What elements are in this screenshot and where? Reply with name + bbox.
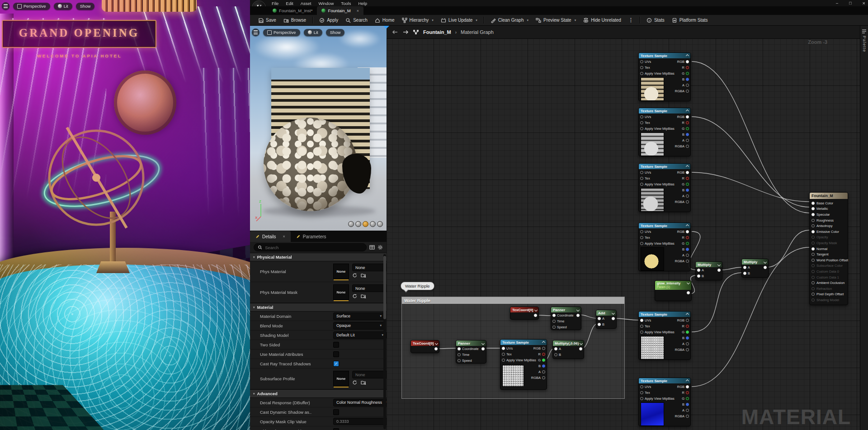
output-pin-row[interactable]: RGB bbox=[674, 384, 690, 390]
input-pin[interactable] bbox=[640, 391, 643, 394]
collapse-icon[interactable] bbox=[686, 379, 689, 382]
output-pin[interactable] bbox=[686, 319, 689, 322]
minimize-button[interactable]: – bbox=[836, 1, 838, 5]
output-pin-row[interactable]: R bbox=[674, 235, 690, 241]
multiply-const-node[interactable]: Multiply(,0.06) A B bbox=[552, 340, 584, 359]
use-selected-icon[interactable] bbox=[352, 380, 357, 385]
output-pin[interactable] bbox=[534, 314, 537, 317]
input-pin[interactable] bbox=[552, 320, 556, 323]
input-pin[interactable] bbox=[640, 325, 643, 328]
material-input-pin-row[interactable]: Pixel Depth Offset bbox=[811, 292, 848, 298]
output-pin-row[interactable]: R bbox=[674, 175, 690, 181]
material-input-pin-row[interactable]: Custom Data 1 bbox=[811, 274, 848, 280]
output-pin[interactable] bbox=[542, 376, 545, 379]
input-pin[interactable] bbox=[458, 353, 461, 356]
tab-fountain-m[interactable]: Fountain_M × bbox=[317, 6, 363, 15]
output-pin[interactable] bbox=[686, 183, 689, 186]
input-pin-row[interactable]: UVs bbox=[639, 59, 676, 65]
forward-arrow-icon[interactable] bbox=[402, 29, 409, 35]
input-pin[interactable] bbox=[811, 241, 815, 245]
node-header[interactable]: Multiply(,0.06) bbox=[553, 340, 584, 346]
output-pin-row[interactable]: B bbox=[674, 335, 690, 341]
input-pin[interactable] bbox=[743, 266, 746, 269]
search-input[interactable] bbox=[264, 245, 363, 250]
output-pin[interactable] bbox=[686, 127, 689, 130]
input-pin-row[interactable]: UVs bbox=[639, 229, 676, 235]
material-domain-dropdown[interactable]: Surface bbox=[333, 312, 385, 320]
output-pin[interactable] bbox=[686, 139, 689, 142]
node-header[interactable]: TexCoord[0] bbox=[411, 340, 439, 346]
output-pin-row[interactable]: A bbox=[674, 193, 690, 199]
input-pin[interactable] bbox=[502, 359, 505, 362]
output-pin[interactable] bbox=[686, 254, 689, 257]
cube-mesh-button[interactable] bbox=[370, 221, 376, 227]
output-pin[interactable] bbox=[434, 347, 438, 350]
input-pin[interactable] bbox=[811, 259, 815, 262]
two-sided-checkbox[interactable] bbox=[333, 342, 339, 348]
output-pin-row[interactable]: R bbox=[530, 351, 547, 357]
menu-item[interactable]: Edit bbox=[282, 1, 297, 6]
multiply-node[interactable]: Multiply A B bbox=[695, 261, 722, 280]
use-selected-icon[interactable] bbox=[352, 293, 357, 298]
input-pin[interactable] bbox=[811, 219, 815, 222]
material-input-pin-row[interactable]: Shading Model bbox=[811, 297, 848, 303]
output-pin[interactable] bbox=[481, 347, 485, 350]
comment-title[interactable]: Water Ripple bbox=[402, 297, 624, 304]
node-header[interactable]: Panner bbox=[551, 307, 581, 312]
node-header[interactable]: glow_intensity Param (1) bbox=[655, 281, 691, 290]
plane-mesh-button[interactable] bbox=[363, 221, 368, 227]
input-pin[interactable] bbox=[640, 177, 643, 180]
menu-item[interactable]: Help bbox=[354, 1, 371, 6]
home-button[interactable]: Home bbox=[371, 16, 398, 25]
tab-parameters[interactable]: Parameters bbox=[291, 231, 332, 242]
output-pin-row[interactable]: RGBA bbox=[530, 375, 547, 381]
input-pin[interactable] bbox=[598, 317, 601, 320]
material-input-pin-row[interactable]: Metallic bbox=[811, 206, 848, 212]
material-input-pin-row[interactable]: Anisotropy bbox=[811, 223, 848, 229]
menu-item[interactable]: Asset bbox=[297, 1, 315, 6]
input-pin[interactable] bbox=[697, 269, 700, 272]
multiply-node[interactable]: Multiply A B bbox=[741, 259, 769, 278]
menu-item[interactable]: Window bbox=[315, 1, 337, 6]
input-pin[interactable] bbox=[811, 236, 815, 239]
input-pin-row[interactable]: Apply View MipBias bbox=[639, 71, 676, 76]
input-pin[interactable] bbox=[697, 274, 700, 278]
input-pin[interactable] bbox=[640, 66, 643, 69]
output-pin[interactable] bbox=[576, 314, 580, 317]
output-pin-row[interactable]: R bbox=[674, 120, 690, 126]
back-arrow-icon[interactable] bbox=[392, 29, 398, 35]
texture-sample-node[interactable]: Texture SampleUVsTexApply View MipBiasRG… bbox=[638, 222, 691, 271]
output-pin[interactable] bbox=[686, 325, 689, 328]
output-pin[interactable] bbox=[686, 72, 689, 75]
output-pin[interactable] bbox=[686, 260, 689, 263]
output-pin-row[interactable]: RGB bbox=[674, 114, 690, 120]
output-pin-row[interactable]: RGB bbox=[674, 59, 690, 65]
input-pin-row[interactable]: UVs bbox=[639, 170, 676, 175]
input-pin[interactable] bbox=[811, 264, 815, 267]
output-pin[interactable] bbox=[686, 248, 689, 251]
material-input-pin-row[interactable]: Base Color bbox=[811, 200, 848, 206]
output-pin[interactable] bbox=[686, 342, 689, 345]
input-pin-row[interactable]: UVs bbox=[639, 114, 676, 120]
output-pin-row[interactable]: RGB bbox=[674, 317, 690, 323]
collapse-icon[interactable] bbox=[717, 263, 721, 266]
palette-sidebar-tab[interactable]: Palette bbox=[860, 26, 868, 430]
asset-dropdown[interactable]: None bbox=[352, 264, 387, 271]
asset-dropdown[interactable]: None bbox=[352, 284, 387, 292]
use-material-attributes-checkbox[interactable] bbox=[333, 351, 339, 357]
output-pin[interactable] bbox=[687, 291, 690, 294]
collapse-icon[interactable] bbox=[534, 308, 537, 311]
output-pin[interactable] bbox=[686, 230, 689, 233]
texture-sample-node[interactable]: Texture SampleUVsTexApply View MipBiasRG… bbox=[500, 339, 547, 390]
node-header[interactable]: Texture Sample bbox=[639, 223, 690, 228]
browse-to-asset-icon[interactable] bbox=[361, 273, 366, 278]
input-pin[interactable] bbox=[811, 213, 815, 216]
node-header[interactable]: Texture Sample bbox=[639, 53, 690, 58]
collapse-icon[interactable] bbox=[434, 341, 438, 345]
preview-state-button[interactable]: Preview State bbox=[532, 16, 580, 25]
input-pin[interactable] bbox=[811, 298, 815, 302]
collapse-icon[interactable] bbox=[686, 165, 689, 168]
glow-intensity-param-node[interactable]: glow_intensity Param (1) bbox=[655, 280, 692, 301]
lit-button[interactable]: Lit bbox=[304, 29, 322, 36]
asset-thumbnail[interactable]: None bbox=[333, 264, 349, 279]
